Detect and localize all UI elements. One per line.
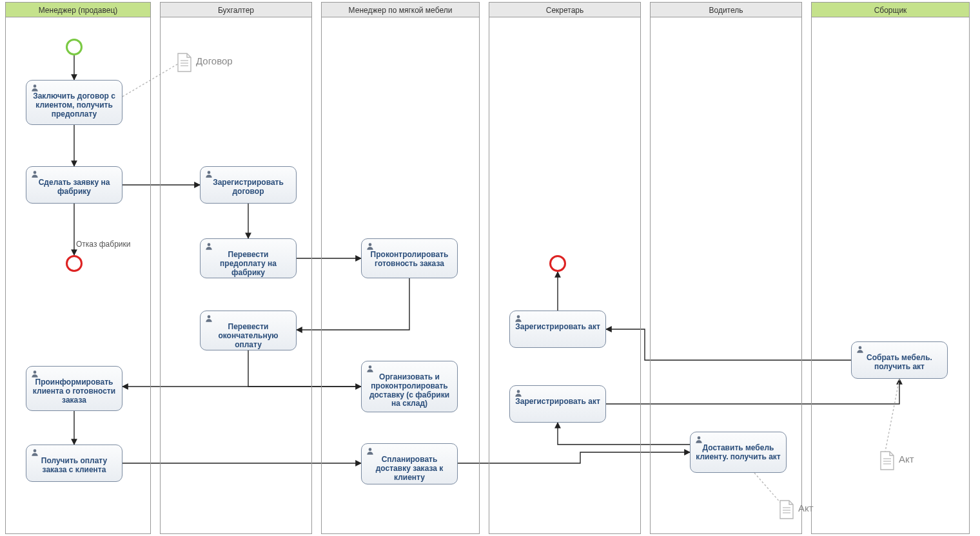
user-task-icon [30, 369, 39, 378]
user-task-icon [204, 169, 213, 178]
label-refuse: Отказ фабрики [76, 240, 130, 249]
svg-point-1 [34, 171, 37, 174]
task-t_assemble[interactable]: Собрать мебель. получить акт [851, 341, 948, 379]
svg-point-13 [859, 346, 862, 349]
svg-point-5 [208, 315, 211, 318]
task-t_prepay[interactable]: Перевести предоплату на фабрику [200, 238, 297, 278]
task-t_delivery[interactable]: Организовать и проконтролировать доставк… [361, 361, 458, 412]
user-task-icon [30, 83, 39, 92]
document-label-d_akt1: Акт [798, 503, 814, 513]
user-task-icon [366, 446, 375, 455]
task-label: Получить оплату заказа с клиента [41, 456, 107, 474]
task-t_payclient[interactable]: Получить оплату заказа с клиента [26, 445, 122, 482]
svg-point-6 [369, 365, 372, 368]
task-label: Зарегистрировать договор [213, 178, 284, 196]
end-event-e_done[interactable] [549, 255, 566, 272]
task-label: Зарегистрировать акт [515, 322, 600, 331]
user-task-icon [204, 242, 213, 251]
document-icon-d_akt2[interactable] [879, 451, 895, 470]
user-task-icon [514, 388, 523, 397]
svg-point-8 [369, 448, 372, 451]
user-task-icon [856, 345, 865, 354]
svg-point-3 [208, 243, 211, 246]
task-t_regakt1[interactable]: Зарегистрировать акт [509, 311, 606, 348]
document-label-d_contract: Договор [196, 55, 233, 66]
task-label: Сделать заявку на фабрику [39, 178, 110, 196]
task-label: Зарегистрировать акт [515, 397, 600, 406]
task-t_plan[interactable]: Спланировать доставку заказа к клиенту [361, 443, 458, 484]
user-task-icon [30, 448, 39, 457]
user-task-icon [366, 364, 375, 373]
user-task-icon [204, 314, 213, 323]
task-label: Проконтролировать готовность заказа [371, 250, 449, 268]
lane-header-l1[interactable]: Бухгалтер [160, 2, 312, 17]
user-task-icon [514, 314, 523, 323]
user-task-icon [366, 242, 375, 251]
svg-point-2 [208, 171, 211, 174]
task-label: Организовать и проконтролировать доставк… [369, 372, 449, 408]
task-t_contract[interactable]: Заключить договор с клиентом, получить п… [26, 80, 122, 125]
bpmn-canvas[interactable]: Менеджер (продавец)БухгалтерМенеджер по … [0, 0, 980, 536]
document-icon-d_akt1[interactable] [779, 500, 794, 519]
svg-point-10 [517, 315, 520, 318]
document-icon-d_contract[interactable] [177, 53, 192, 72]
svg-point-4 [369, 243, 372, 246]
task-label: Заключить договор с клиентом, получить п… [33, 91, 115, 119]
task-t_request[interactable]: Сделать заявку на фабрику [26, 166, 122, 204]
lane-header-l2[interactable]: Менеджер по мягкой мебели [321, 2, 480, 17]
user-task-icon [694, 435, 703, 444]
svg-point-12 [698, 436, 701, 439]
task-label: Перевести предоплату на фабрику [220, 250, 277, 277]
task-t_control[interactable]: Проконтролировать готовность заказа [361, 238, 458, 278]
svg-point-7 [34, 370, 37, 374]
lane-body-l3 [489, 17, 641, 534]
document-label-d_akt2: Акт [899, 454, 914, 464]
task-label: Перевести окончательную оплату [218, 322, 278, 349]
task-t_register[interactable]: Зарегистрировать договор [200, 166, 297, 204]
task-label: Собрать мебель. получить акт [867, 353, 932, 371]
end-event-e_refuse[interactable] [66, 255, 83, 272]
task-t_regakt2[interactable]: Зарегистрировать акт [509, 385, 606, 423]
svg-point-11 [517, 390, 520, 393]
task-label: Доставить мебель клиенту. получить акт [696, 443, 780, 461]
task-label: Проинформировать клиента о готовности за… [33, 378, 115, 405]
task-t_driver[interactable]: Доставить мебель клиенту. получить акт [690, 432, 787, 473]
task-t_inform[interactable]: Проинформировать клиента о готовности за… [26, 366, 122, 411]
lane-header-l0[interactable]: Менеджер (продавец) [5, 2, 151, 17]
lane-header-l5[interactable]: Сборщик [811, 2, 970, 17]
start-event-e_start[interactable] [66, 39, 83, 55]
user-task-icon [30, 169, 39, 178]
task-t_finalpay[interactable]: Перевести окончательную оплату [200, 311, 297, 350]
lane-header-l4[interactable]: Водитель [650, 2, 802, 17]
svg-point-9 [34, 449, 37, 452]
task-label: Спланировать доставку заказа к клиенту [376, 455, 444, 482]
svg-point-0 [34, 84, 37, 88]
lane-header-l3[interactable]: Секретарь [489, 2, 641, 17]
